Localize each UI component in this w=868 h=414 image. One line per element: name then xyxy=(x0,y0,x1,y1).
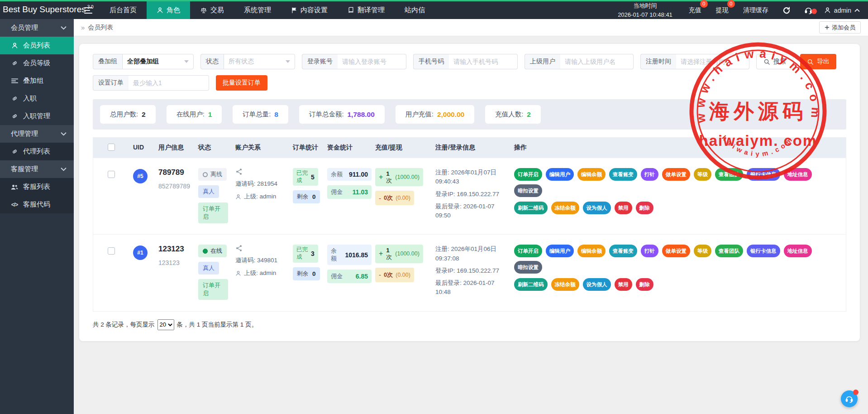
select-all-checkbox[interactable] xyxy=(108,144,115,151)
share-icon[interactable] xyxy=(235,168,286,175)
action-button[interactable]: 禁用 xyxy=(615,278,632,291)
add-member-button[interactable]: 添加会员 xyxy=(819,21,861,34)
action-button[interactable]: 地址信息 xyxy=(784,168,812,181)
link-icon xyxy=(11,60,18,67)
export-button[interactable]: 导出 xyxy=(800,54,836,69)
pagination-prefix: 共 2 条记录，每页显示 xyxy=(93,321,155,329)
sidebar: 会员管理 会员列表 会员等级 叠加组 入职 入职管理 代理管理 xyxy=(0,19,74,414)
sidebar-group-member[interactable]: 会员管理 xyxy=(0,19,74,37)
row-checkbox[interactable] xyxy=(108,247,115,255)
recharge-button[interactable]: 充值 0 xyxy=(682,4,709,17)
status-select[interactable]: 所有状态 xyxy=(224,54,295,69)
regtime-input[interactable] xyxy=(676,54,749,69)
action-button[interactable]: 冻结余额 xyxy=(551,278,579,291)
action-button[interactable]: 银行卡信息 xyxy=(747,245,780,257)
page-size-select[interactable]: 20 xyxy=(157,319,174,330)
sidebar-item-onboard[interactable]: 入职 xyxy=(0,90,74,107)
header-register-login: 注册/登录信息 xyxy=(432,138,510,158)
sidebar-toggle-button[interactable] xyxy=(77,1,100,19)
code-icon: </> xyxy=(11,202,18,208)
nav-item-content[interactable]: 内容设置 xyxy=(281,1,338,19)
search-button[interactable]: 搜索 xyxy=(756,54,793,69)
stat-online-users: 在线用户: 1 xyxy=(167,105,222,124)
relation-cell: 邀请码: 281954 上级: admin xyxy=(232,167,289,201)
sidebar-item-stack-group[interactable]: 叠加组 xyxy=(0,72,74,90)
action-button[interactable]: 编辑余额 xyxy=(577,168,606,181)
filter-label: 手机号码 xyxy=(413,54,449,69)
action-button[interactable]: 查看团队 xyxy=(715,168,743,181)
nav-item-message[interactable]: 站内信 xyxy=(395,1,435,19)
support-button[interactable] xyxy=(797,6,820,14)
nav-item-trade[interactable]: 交易 xyxy=(190,1,234,19)
stack-group-select[interactable]: 全部叠加组 xyxy=(122,54,194,69)
action-button[interactable]: 暗扣设置 xyxy=(514,184,542,197)
nav-item-translate[interactable]: 翻译管理 xyxy=(338,1,395,19)
refresh-button[interactable] xyxy=(776,6,797,14)
batch-set-order-button[interactable]: 批量设置订单 xyxy=(216,75,267,91)
sidebar-item-service-list[interactable]: 客服列表 xyxy=(0,178,74,196)
plus-sign: + xyxy=(379,173,383,181)
action-button[interactable]: 查看账变 xyxy=(609,168,637,181)
sidebar-item-member-list[interactable]: 会员列表 xyxy=(0,37,74,54)
action-button[interactable]: 地址信息 xyxy=(784,245,812,257)
header-fund-stats: 资金统计 xyxy=(324,138,372,158)
action-button[interactable]: 查看团队 xyxy=(715,245,743,257)
share-icon[interactable] xyxy=(235,245,286,252)
action-button[interactable]: 做单设置 xyxy=(662,245,690,257)
parent-user-input[interactable] xyxy=(560,54,634,69)
action-button[interactable]: 订单开启 xyxy=(514,168,542,181)
admin-menu[interactable]: admin xyxy=(820,7,868,14)
action-button[interactable]: 编辑余额 xyxy=(577,245,606,257)
support-float-button[interactable] xyxy=(841,390,858,407)
nav-item-label: 交易 xyxy=(210,6,224,14)
sidebar-item-agent-list[interactable]: 代理列表 xyxy=(0,143,74,160)
action-button[interactable]: 订单开启 xyxy=(514,245,542,257)
nav-item-label: 后台首页 xyxy=(110,6,137,14)
action-button[interactable]: 编辑用户 xyxy=(546,168,574,181)
remain-pill: 剩余0 xyxy=(293,190,320,203)
minus-sign: - xyxy=(379,271,381,279)
sidebar-item-onboard-manage[interactable]: 入职管理 xyxy=(0,107,74,125)
sidebar-group-agent[interactable]: 代理管理 xyxy=(0,125,74,143)
sidebar-item-member-level[interactable]: 会员等级 xyxy=(0,54,74,72)
filter-account: 登录账号 xyxy=(302,54,406,69)
action-button[interactable]: 等级 xyxy=(694,245,711,257)
username: 123123 xyxy=(158,245,191,254)
action-button[interactable]: 冻结余额 xyxy=(551,202,579,214)
action-button[interactable]: 打针 xyxy=(641,168,658,181)
withdraw-button[interactable]: 提现 0 xyxy=(709,4,736,17)
scales-icon xyxy=(200,7,207,14)
phone-input[interactable] xyxy=(449,54,518,69)
user-subname: 852789789 xyxy=(158,183,191,190)
action-button[interactable]: 查看账变 xyxy=(609,245,637,257)
action-button[interactable]: 做单设置 xyxy=(662,168,690,181)
account-input[interactable] xyxy=(338,54,406,69)
nav-item-home[interactable]: 后台首页 xyxy=(100,1,147,19)
action-button[interactable]: 设为假人 xyxy=(583,202,611,214)
action-button[interactable]: 编辑用户 xyxy=(546,245,574,257)
export-label: 导出 xyxy=(817,58,830,66)
plus-icon xyxy=(825,25,830,30)
sidebar-group-service[interactable]: 客服管理 xyxy=(0,160,74,178)
order-min-input[interactable] xyxy=(129,75,209,91)
clear-cache-button[interactable]: 清理缓存 xyxy=(736,4,776,17)
action-button[interactable]: 打针 xyxy=(641,245,658,257)
row-checkbox[interactable] xyxy=(108,171,115,178)
action-button[interactable]: 暗扣设置 xyxy=(514,261,542,274)
select-value: 全部叠加组 xyxy=(127,58,159,66)
tag-real-pill: 真人 xyxy=(198,185,219,198)
nav-item-role[interactable]: 角色 xyxy=(147,1,190,19)
order-stats-cell: 已完成3 剩余0 xyxy=(289,244,324,280)
action-button[interactable]: 刷新二维码 xyxy=(514,278,548,291)
action-button[interactable]: 设为假人 xyxy=(583,278,611,291)
action-button[interactable]: 刷新二维码 xyxy=(514,202,548,214)
action-button[interactable]: 删除 xyxy=(636,202,653,214)
login-ip: 登录IP: 169.150.222.77 xyxy=(435,266,509,275)
action-button[interactable]: 等级 xyxy=(694,168,711,181)
sidebar-item-service-code[interactable]: </> 客服代码 xyxy=(0,196,74,213)
action-button[interactable]: 禁用 xyxy=(615,202,632,214)
nav-item-system[interactable]: 系统管理 xyxy=(234,1,281,19)
action-button[interactable]: 删除 xyxy=(636,278,653,291)
action-button[interactable]: 银行卡信息 xyxy=(747,168,780,181)
filter-phone: 手机号码 xyxy=(413,54,518,69)
